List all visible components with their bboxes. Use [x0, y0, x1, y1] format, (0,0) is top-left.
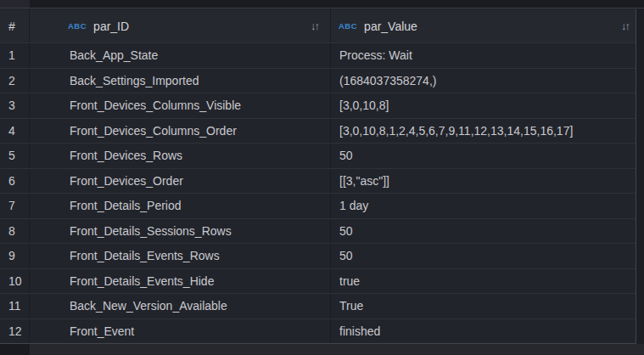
clipped-index-cell-bottom	[0, 344, 30, 355]
sort-toggle-icon[interactable]: ↓↑	[614, 20, 629, 32]
par-value-cell: true	[331, 269, 636, 294]
column-header-index[interactable]: #	[0, 9, 30, 42]
par-id-cell: Front_Event	[30, 319, 331, 344]
par-id-cell: Back_App_State	[30, 43, 331, 68]
par-id-cell: Front_Devices_Columns_Order	[30, 119, 331, 144]
par-id-cell: Front_Details_Events_Rows	[30, 244, 331, 268]
row-index-cell: 4	[0, 119, 30, 144]
par-id-cell: Front_Details_Sessions_Rows	[30, 219, 331, 244]
parameters-table: # ABC par_ID ↓↑ ABC par_Value ↓↑ 1Back_A…	[0, 9, 636, 344]
par-value-cell: True	[331, 294, 636, 318]
row-index-cell: 3	[0, 93, 30, 118]
par-value-cell: finished	[331, 319, 636, 344]
row-index-cell: 6	[0, 169, 30, 194]
row-index-cell: 8	[0, 219, 30, 244]
table-header-row: # ABC par_ID ↓↑ ABC par_Value ↓↑	[0, 9, 636, 42]
table-row: 3Front_Devices_Columns_Visible[3,0,10,8]	[0, 93, 636, 118]
table-row: 2Back_Settings_Imported(1684037358274,)	[0, 68, 636, 93]
par-id-cell: Front_Details_Period	[30, 194, 331, 218]
clipped-row-above	[0, 0, 644, 8]
row-index-cell: 1	[0, 43, 30, 68]
row-index-cell: 10	[0, 269, 30, 294]
string-field-type-icon: ABC	[339, 21, 357, 31]
row-index-cell: 2	[0, 69, 30, 93]
table-row: 6Front_Devices_Order[[3,"asc"]]	[0, 168, 636, 194]
table-row: 10Front_Details_Events_Hidetrue	[0, 268, 636, 294]
table-row: 7Front_Details_Period1 day	[0, 193, 636, 218]
table-row: 11Back_New_Version_AvailableTrue	[0, 293, 636, 318]
column-header-par-id-label: par_ID	[93, 20, 129, 33]
par-value-cell: 50	[331, 144, 636, 168]
par-id-cell: Front_Details_Events_Hide	[30, 269, 331, 294]
table-body: 1Back_App_StateProcess: Wait2Back_Settin…	[0, 42, 636, 343]
par-id-cell: Front_Devices_Rows	[30, 144, 331, 168]
row-index-cell: 7	[0, 194, 30, 218]
area-below-table	[0, 344, 644, 355]
string-field-type-icon: ABC	[68, 21, 87, 31]
par-id-cell: Front_Devices_Columns_Visible	[30, 93, 331, 118]
clipped-index-cell	[0, 0, 30, 8]
sort-toggle-icon[interactable]: ↓↑	[304, 20, 318, 32]
par-value-cell: [3,0,10,8]	[331, 93, 636, 118]
par-value-cell: 50	[331, 219, 636, 244]
table-row: 8Front_Details_Sessions_Rows50	[0, 218, 636, 244]
par-id-cell: Back_New_Version_Available	[30, 294, 331, 318]
column-header-par-id[interactable]: ABC par_ID ↓↑	[30, 9, 331, 42]
par-id-cell: Front_Devices_Order	[30, 169, 331, 194]
table-row: 4Front_Devices_Columns_Order[3,0,10,8,1,…	[0, 118, 636, 144]
column-header-par-value[interactable]: ABC par_Value ↓↑	[331, 9, 636, 42]
table-row: 1Back_App_StateProcess: Wait	[0, 42, 636, 68]
par-value-cell: [[3,"asc"]]	[331, 169, 636, 194]
row-index-cell: 12	[0, 319, 30, 344]
par-value-cell: 1 day	[331, 194, 636, 218]
par-id-cell: Back_Settings_Imported	[30, 69, 331, 93]
par-value-cell: (1684037358274,)	[331, 69, 636, 93]
par-value-cell: Process: Wait	[331, 43, 636, 68]
table-row: 12Front_Eventfinished	[0, 318, 636, 344]
column-header-par-value-label: par_Value	[364, 20, 417, 33]
column-header-index-label: #	[8, 20, 15, 33]
row-index-cell: 9	[0, 244, 30, 268]
table-panel: # ABC par_ID ↓↑ ABC par_Value ↓↑ 1Back_A…	[0, 0, 644, 355]
scrollbar-track	[636, 9, 644, 344]
row-index-cell: 11	[0, 294, 30, 318]
table-row: 5Front_Devices_Rows50	[0, 143, 636, 168]
par-value-cell: [3,0,10,8,1,2,4,5,6,7,9,11,12,13,14,15,1…	[331, 119, 636, 144]
row-index-cell: 5	[0, 144, 30, 168]
clipped-row-remainder	[30, 0, 644, 8]
table-row: 9Front_Details_Events_Rows50	[0, 243, 636, 268]
par-value-cell: 50	[331, 244, 636, 268]
